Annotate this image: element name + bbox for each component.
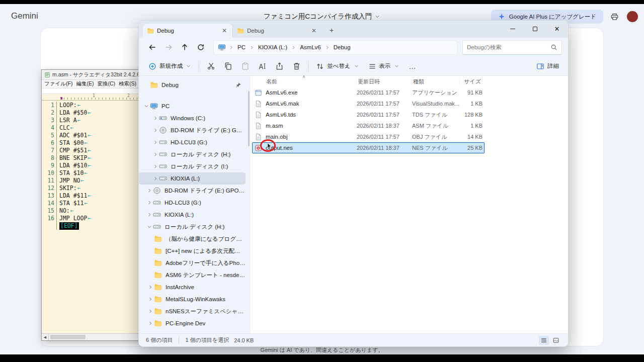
menu-convert[interactable]: 変換(C): [97, 80, 115, 87]
thumbnail-view-toggle[interactable]: [551, 336, 561, 345]
sidebar-item-local-h[interactable]: ローカル ディスク (H:): [139, 148, 246, 160]
sidebar-item-label: Windows (C:): [171, 115, 246, 121]
code-text: JMP NO: [59, 177, 80, 185]
chevron-right-icon[interactable]: [152, 151, 159, 157]
minimize-button[interactable]: [502, 21, 524, 37]
search-box[interactable]: [462, 40, 562, 55]
chevron-right-icon[interactable]: [146, 212, 153, 218]
sidebar-item-kioxia-l-selected[interactable]: KIOXIA (L:): [139, 172, 246, 185]
chevron-right-icon[interactable]: [152, 139, 159, 145]
breadcrumb-asmlv6[interactable]: AsmLv6: [297, 44, 324, 50]
chevron-right-icon[interactable]: [147, 320, 154, 326]
code-text: CMP #$51: [59, 147, 87, 154]
back-button[interactable]: [145, 40, 160, 55]
menu-file[interactable]: ファイル(F): [44, 80, 72, 87]
up-button[interactable]: [177, 40, 192, 55]
tab-close-icon[interactable]: ✕: [220, 27, 228, 34]
breadcrumb-kioxia[interactable]: KIOXIA (L:): [256, 44, 290, 50]
sidebar-item-pc[interactable]: PC: [139, 100, 246, 112]
close-button[interactable]: ✕: [546, 21, 568, 37]
sidebar-scrollbar[interactable]: [248, 91, 250, 146]
sidebar-item-folder[interactable]: Adobeフリーで手に入るPhotoShopCS2: [139, 257, 246, 269]
sidebar-item-label: PC-Engine Dev: [166, 320, 246, 326]
file-size: 25 KB: [460, 145, 482, 151]
chevron-right-icon[interactable]: [152, 127, 159, 133]
sidebar-item-bdrom-e[interactable]: BD-ROM ドライブ (E:) GPO Disc 3: [139, 185, 246, 197]
chevron-right-icon[interactable]: [152, 175, 159, 182]
sidebar-item-folder[interactable]: ASM6 テンプレート - nesdev.org_files: [139, 269, 246, 281]
column-size[interactable]: サイズ: [460, 77, 482, 85]
new-tab-button[interactable]: +: [325, 24, 338, 37]
editor-hscrollbar[interactable]: ◀: [42, 333, 146, 340]
chevron-down-icon[interactable]: [143, 103, 150, 109]
document-icon: [255, 111, 262, 119]
cut-button[interactable]: [202, 58, 219, 74]
breadcrumb-debug[interactable]: Debug: [331, 44, 353, 50]
sidebar-item-folder[interactable]: MetalSLug-WinKawaks: [139, 293, 246, 305]
chevron-right-icon[interactable]: [146, 188, 153, 194]
chevron-right-icon[interactable]: [147, 296, 154, 302]
chevron-right-icon[interactable]: [146, 200, 153, 206]
sidebar-item-folder[interactable]: InstArchive: [139, 281, 246, 293]
scroll-thumb[interactable]: [50, 335, 86, 339]
details-toggle[interactable]: 詳細: [532, 62, 563, 70]
share-button[interactable]: [271, 58, 288, 74]
sidebar-item-folder[interactable]: [C++] new による多次元配列の動的作成: [139, 245, 246, 257]
chevron-right-icon[interactable]: [152, 163, 159, 169]
code-line: 14STA $11←: [42, 200, 146, 207]
editor-text-area[interactable]: 1LOOP:← 2LDA #$50← 3LSR A← 4CLC← 5ADC #$…: [42, 101, 146, 333]
cr-mark: ←: [88, 162, 91, 169]
search-input[interactable]: [467, 44, 550, 50]
copy-icon: [224, 62, 232, 70]
new-button[interactable]: 新規作成: [144, 58, 196, 74]
chevron-right-icon[interactable]: [147, 284, 154, 290]
mouse-cursor: [266, 142, 273, 149]
file-row[interactable]: main.obj 2026/02/11 17:57 OBJ ファイル 14 KB: [252, 131, 485, 142]
details-view-toggle[interactable]: [539, 336, 549, 345]
file-row-selected[interactable]: output.nes 2026/02/11 18:37 NES ファイル 25 …: [252, 142, 485, 153]
maximize-button[interactable]: [524, 21, 546, 37]
view-button[interactable]: 表示: [364, 58, 404, 74]
avatar[interactable]: [626, 10, 639, 23]
file-row[interactable]: AsmLv6.mak 2026/02/11 17:57 VisualStudio…: [252, 98, 485, 109]
sidebar-item-local-i[interactable]: ローカル ディスク (I:): [139, 160, 246, 172]
rename-button[interactable]: [254, 58, 271, 74]
more-button[interactable]: …: [404, 62, 422, 70]
column-date[interactable]: 更新日時: [357, 77, 412, 85]
print-icon[interactable]: [610, 13, 619, 21]
refresh-button[interactable]: [193, 40, 208, 55]
sidebar-item-windows-c[interactable]: Windows (C:): [139, 112, 246, 124]
file-row[interactable]: AsmLv6.exe 2026/02/11 17:57 アプリケーション 91 …: [252, 87, 485, 98]
file-row[interactable]: AsmLv6.tds 2026/02/11 17:57 TDS ファイル 128…: [252, 109, 485, 120]
column-type[interactable]: 種類: [412, 77, 460, 85]
file-row[interactable]: m.asm 2026/02/11 18:37 ASM ファイル 1 KB: [252, 120, 485, 131]
sort-button[interactable]: 並べ替え: [311, 58, 364, 74]
sidebar-item-kioxia-l[interactable]: KIOXIA (L:): [139, 209, 246, 221]
delete-button[interactable]: [288, 58, 305, 74]
menu-search[interactable]: 検索(S): [119, 80, 136, 87]
sidebar-item-bdrom-e[interactable]: BD-ROM ドライブ (E:) GPO Disc 3: [139, 124, 246, 136]
selection-size: 24.0 KB: [234, 337, 254, 343]
cr-mark: ←: [77, 185, 81, 192]
tab-debug-active[interactable]: Debug ✕: [143, 24, 232, 38]
sidebar-item-folder[interactable]: PC-Engine Dev: [139, 317, 246, 329]
breadcrumb[interactable]: PC KIOXIA (L:) AsmLv6 Debug: [213, 40, 457, 55]
sidebar-item-debug-pinned[interactable]: Debug: [139, 79, 246, 91]
chevron-right-icon[interactable]: [147, 308, 154, 314]
forward-button[interactable]: [161, 40, 176, 55]
copy-button[interactable]: [219, 58, 236, 74]
scroll-left-arrow[interactable]: ◀: [42, 334, 49, 340]
editor-titlebar[interactable]: m.asm - サクラエディタ32bit 2.4.2.6048: [42, 70, 146, 80]
chevron-down-icon[interactable]: [146, 224, 153, 230]
chevron-right-icon[interactable]: [152, 115, 159, 121]
tab-close-icon[interactable]: ✕: [310, 27, 318, 34]
line-number: 8: [42, 154, 57, 162]
sidebar-item-folder[interactable]: （脳から健康になるプログラム: [139, 233, 246, 245]
sidebar-item-local-h-expanded[interactable]: ローカル ディスク (H:): [139, 221, 246, 233]
sidebar-item-hdlcu3-g[interactable]: HD-LCU3 (G:): [139, 197, 246, 209]
breadcrumb-pc[interactable]: PC: [235, 44, 248, 50]
sidebar-item-folder[interactable]: nSNESスーファミスペシャル実験プログラム: [139, 305, 246, 317]
tab-debug-inactive[interactable]: Debug ✕: [232, 24, 322, 38]
sidebar-item-hdlcu3-g[interactable]: HD-LCU3 (G:): [139, 136, 246, 148]
menu-edit[interactable]: 編集(E): [76, 80, 94, 87]
